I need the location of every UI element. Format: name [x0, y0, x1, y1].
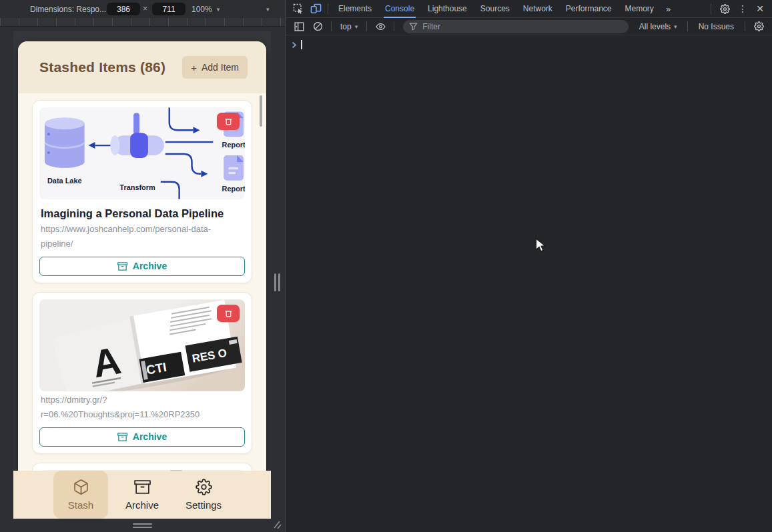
archive-box-icon [117, 432, 127, 442]
svg-text:Report: Report [222, 185, 245, 193]
divider [394, 21, 394, 31]
stash-card: Data Lake Transform [32, 100, 252, 283]
gear-icon [754, 21, 764, 31]
archive-item-button[interactable]: Archive [39, 427, 245, 447]
toggle-device-toolbar-button[interactable] [307, 0, 324, 17]
console-sidebar-toggle-button[interactable] [290, 18, 308, 35]
nav-item-stash[interactable]: Stash [53, 471, 108, 519]
card-image-pipeline-diagram: Data Lake Transform [39, 107, 245, 199]
nav-label: Settings [185, 499, 222, 511]
viewport-vertical-resize-handle[interactable] [133, 523, 152, 528]
chevron-down-icon: ▾ [266, 6, 270, 13]
console-filter-field[interactable] [403, 20, 629, 33]
filter-input[interactable] [422, 22, 623, 31]
devtools-settings-button[interactable] [716, 0, 733, 17]
nav-label: Stash [68, 499, 93, 511]
device-options-menu[interactable]: ▾ [266, 0, 270, 18]
divider [687, 21, 688, 31]
create-live-expression-button[interactable] [372, 18, 389, 35]
nav-label: Archive [125, 499, 159, 511]
zoom-dropdown[interactable]: 100% ▾ [191, 0, 220, 18]
add-item-label: Add Item [202, 62, 239, 73]
devtools-panel: Elements Console Lighthouse Sources Netw… [285, 0, 772, 532]
issues-counter[interactable]: No Issues [693, 22, 740, 31]
tab-performance[interactable]: Performance [559, 0, 619, 18]
execution-context-dropdown[interactable]: top ▾ [336, 22, 362, 31]
close-devtools-button[interactable]: ✕ [752, 1, 768, 17]
nav-item-settings[interactable]: Settings [176, 471, 231, 519]
filter-funnel-icon [409, 23, 418, 31]
more-tabs-button[interactable]: » [661, 4, 677, 14]
chevron-down-icon: ▾ [355, 23, 358, 30]
trash-icon [224, 309, 233, 318]
divider [745, 21, 745, 31]
viewport-height-input[interactable] [152, 3, 185, 15]
viewport-width-input[interactable] [107, 3, 140, 15]
stashed-items-list: Data Lake Transform [18, 93, 266, 519]
app-scrollbar-thumb[interactable] [260, 95, 262, 127]
svg-text:Transform: Transform [119, 183, 155, 191]
levels-label: All levels [639, 22, 671, 31]
dimensions-label: Dimensions: Respo... [30, 5, 106, 14]
add-item-button[interactable]: + Add Item [182, 56, 248, 79]
archive-box-icon [117, 261, 127, 271]
console-toolbar: top ▾ All levels ▾ No Issues [286, 18, 772, 35]
console-prompt[interactable] [286, 35, 772, 49]
tab-elements[interactable]: Elements [332, 0, 378, 18]
context-label: top [340, 22, 352, 31]
viewport-horizontal-resize-handle[interactable] [274, 273, 280, 291]
dimensions-dropdown[interactable]: Dimensions: Respo... ▾ [30, 0, 115, 18]
app-header: Stashed Items (86) + Add Item [18, 41, 266, 93]
console-output-area[interactable] [286, 35, 772, 532]
eye-icon [375, 22, 386, 31]
tab-network[interactable]: Network [516, 0, 559, 18]
delete-item-button[interactable] [217, 305, 240, 322]
stash-app-panel: Stashed Items (86) + Add Item [18, 41, 266, 519]
devtools-tab-bar: Elements Console Lighthouse Sources Netw… [286, 0, 772, 18]
card-image-magazine-photo: A CTI RES [39, 299, 245, 391]
nav-item-archive[interactable]: Archive [115, 471, 169, 519]
zoom-level-label: 100% [191, 5, 212, 14]
bottom-navigation: Stash Archive Settings [13, 471, 271, 519]
prompt-chevron-icon [292, 41, 297, 49]
archive-button-label: Archive [133, 261, 167, 271]
tab-console[interactable]: Console [378, 0, 421, 18]
archive-box-icon [134, 479, 151, 495]
inspect-cursor-icon [293, 3, 304, 14]
clear-circle-slash-icon [313, 21, 323, 31]
divider [366, 21, 367, 31]
item-title: Imagining a Personal Data Pipeline [41, 207, 244, 221]
svg-text:Report: Report [222, 141, 245, 149]
page-viewport: Stashed Items (86) + Add Item [13, 31, 271, 519]
dimensions-times-label: × [143, 4, 147, 13]
kebab-menu-button[interactable]: ⋮ [735, 1, 751, 17]
gear-icon [196, 479, 212, 495]
tab-lighthouse[interactable]: Lighthouse [421, 0, 474, 18]
delete-item-button[interactable] [217, 113, 240, 130]
tab-memory[interactable]: Memory [619, 0, 661, 18]
corner-resize-icon [271, 519, 282, 530]
item-url-line: r=06.%20Thoughts&proj=11.%20RP2350 [41, 408, 244, 421]
page-title: Stashed Items (86) [39, 59, 165, 75]
console-sidebar-icon [294, 22, 304, 31]
divider [331, 21, 332, 31]
horizontal-ruler [0, 18, 285, 27]
log-levels-dropdown[interactable]: All levels ▾ [634, 22, 683, 31]
archive-button-label: Archive [133, 431, 167, 442]
stash-box-icon [73, 479, 89, 495]
viewport-corner-resize-handle[interactable] [271, 519, 282, 530]
archive-item-button[interactable]: Archive [39, 257, 245, 276]
plus-icon: + [191, 63, 197, 73]
tab-sources[interactable]: Sources [474, 0, 516, 18]
text-caret [301, 40, 302, 49]
chevron-down-icon: ▾ [674, 23, 677, 30]
device-toolbar: Dimensions: Respo... ▾ × 100% ▾ ▾ [0, 0, 285, 18]
inspect-element-button[interactable] [290, 0, 307, 17]
clear-console-button[interactable] [309, 18, 326, 35]
divider [328, 4, 328, 14]
console-settings-button[interactable] [750, 18, 767, 35]
pipeline-diagram: Data Lake Transform [39, 107, 245, 199]
magazine-photo: A CTI RES [39, 299, 245, 391]
stash-card: A CTI RES [32, 292, 252, 454]
divider [711, 4, 711, 14]
